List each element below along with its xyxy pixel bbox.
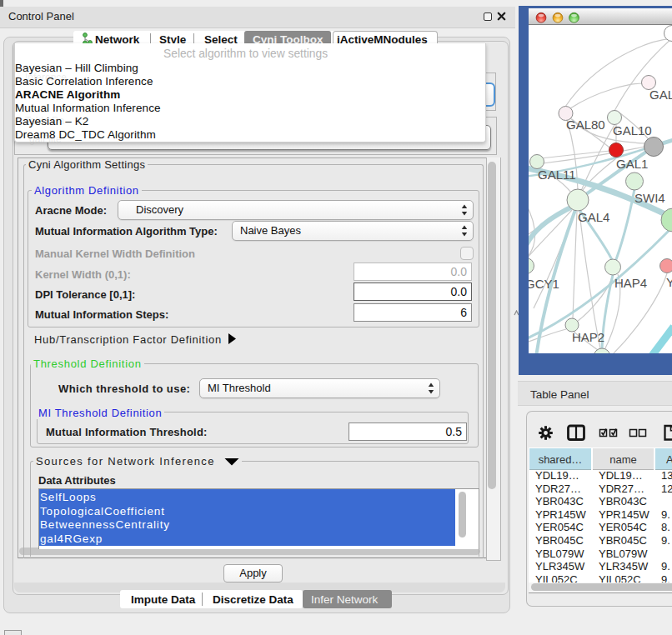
svg-text:GAL80: GAL80 bbox=[566, 118, 605, 132]
svg-text:GAL4: GAL4 bbox=[578, 210, 609, 224]
svg-text:HAP4: HAP4 bbox=[614, 276, 647, 290]
svg-text:GAL11: GAL11 bbox=[538, 168, 576, 182]
svg-text:Y: Y bbox=[666, 275, 672, 289]
svg-text:GAL10: GAL10 bbox=[613, 123, 652, 138]
svg-text:GAL7: GAL7 bbox=[649, 88, 672, 102]
svg-text:GAL1: GAL1 bbox=[616, 157, 648, 171]
svg-text:SWI4: SWI4 bbox=[634, 191, 665, 205]
svg-text:GCY1: GCY1 bbox=[525, 277, 559, 291]
svg-text:HAP2: HAP2 bbox=[572, 330, 604, 344]
